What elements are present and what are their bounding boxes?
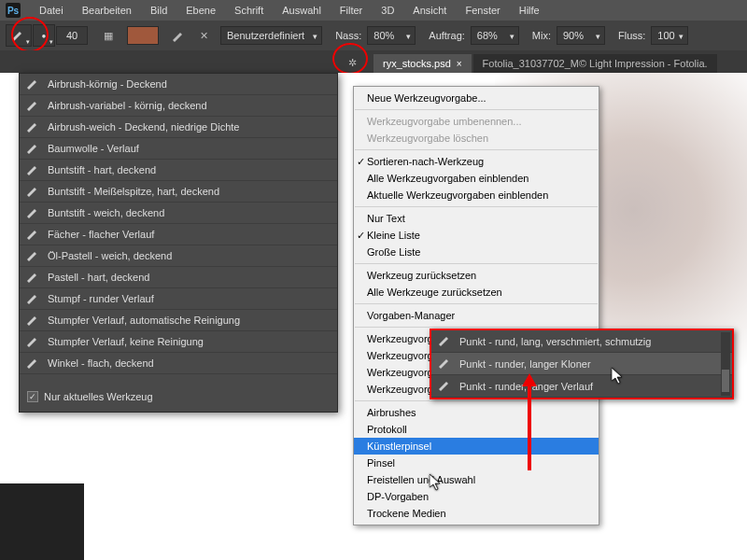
brush-icon — [25, 271, 42, 284]
preset-label: Buntstift - weich, deckend — [48, 207, 164, 218]
preset-label: Öl-Pastell - weich, deckend — [48, 250, 172, 261]
menu-fenster[interactable]: Fenster — [456, 5, 509, 16]
menu-bild[interactable]: Bild — [141, 5, 176, 16]
brush-icon — [25, 314, 42, 327]
preset-item[interactable]: Pastell - hart, deckend — [20, 267, 337, 288]
sub-preset-item[interactable]: Punkt - runder, langer Kloner — [431, 353, 732, 375]
fluss-value[interactable]: 100 — [651, 26, 688, 45]
gear-icon[interactable]: ✲ — [344, 54, 360, 71]
menu-dp-vorgaben[interactable]: DP-Vorgaben — [354, 488, 599, 505]
tab-label: Fotolia_31037702_M© Light Impression - F… — [483, 58, 708, 69]
tool-preset-picker[interactable]: ▾ — [6, 24, 32, 47]
sub-preset-item[interactable]: Punkt - runder, langer Verlauf — [431, 375, 732, 398]
preset-label: Airbrush-variabel - körnig, deckend — [48, 100, 207, 111]
mix-label: Mix: — [532, 30, 551, 41]
preset-item[interactable]: Airbrush-variabel - körnig, deckend — [20, 95, 337, 117]
brush-icon — [437, 380, 454, 393]
preset-item[interactable]: Buntstift - Meißelspitze, hart, deckend — [20, 181, 337, 203]
pasteboard — [0, 483, 84, 560]
auftrag-value[interactable]: 68% — [471, 26, 519, 45]
brush-panel-toggle[interactable]: ▦ — [97, 26, 120, 45]
preset-item[interactable]: Baumwolle - Verlauf — [20, 138, 337, 160]
menu-preset-manager[interactable]: Vorgaben-Manager — [354, 307, 599, 324]
brush-icon — [25, 77, 42, 91]
preset-label: Winkel - flach, deckend — [48, 357, 154, 369]
preset-label: Airbrush-körnig - Deckend — [48, 78, 167, 90]
tab-doc-2[interactable]: Fotolia_31037702_M© Light Impression - F… — [473, 54, 717, 73]
menu-small-list[interactable]: Kleine Liste — [354, 227, 599, 244]
preset-label: Stumpfer Verlauf, automatische Reinigung — [48, 315, 240, 326]
menu-schrift[interactable]: Schrift — [225, 5, 273, 16]
app-logo: Ps — [6, 3, 21, 18]
sub-preset-item[interactable]: Punkt - rund, lang, verschmiert, schmutz… — [431, 330, 732, 353]
menu-show-current[interactable]: Aktuelle Werkzeugvorgaben einblenden — [354, 187, 599, 203]
separator — [355, 109, 598, 110]
menu-pinsel[interactable]: Pinsel — [354, 455, 599, 471]
menu-ansicht[interactable]: Ansicht — [403, 5, 456, 16]
menu-freistellen[interactable]: Freistellen und Auswahl — [354, 471, 599, 488]
brush-icon — [25, 120, 42, 133]
tab-doc-1[interactable]: ryx_stocks.psd× — [374, 54, 472, 73]
nass-value[interactable]: 80% — [367, 26, 416, 45]
close-icon[interactable]: × — [457, 59, 462, 69]
menu-sort-by-tool[interactable]: Sortieren-nach-Werkzeug — [354, 153, 599, 170]
wet-brush-icon[interactable] — [166, 26, 189, 45]
preset-item[interactable]: Buntstift - hart, deckend — [20, 160, 337, 181]
menu-text-only[interactable]: Nur Text — [354, 210, 599, 227]
current-tool-checkbox[interactable]: ✓ — [27, 391, 38, 402]
menu-bar: Ps Datei Bearbeiten Bild Ebene Schrift A… — [0, 0, 747, 21]
sub-preset-label: Punkt - rund, lang, verschmiert, schmutz… — [459, 336, 651, 347]
scrollbar-thumb[interactable] — [722, 370, 729, 392]
menu-new-preset[interactable]: Neue Werkzeugvorgabe... — [354, 90, 599, 106]
menu-large-list[interactable]: Große Liste — [354, 244, 599, 260]
nass-label: Nass: — [335, 30, 361, 41]
cross-icon[interactable]: ✕ — [192, 26, 215, 45]
mix-value[interactable]: 90% — [557, 26, 605, 45]
preset-label: Pastell - hart, deckend — [48, 272, 149, 283]
preset-item[interactable]: Winkel - flach, deckend — [20, 353, 337, 374]
preset-item[interactable]: Buntstift - weich, deckend — [20, 203, 337, 224]
menu-datei[interactable]: Datei — [30, 5, 73, 16]
brush-size-field[interactable]: 40 — [56, 26, 88, 45]
brush-icon — [25, 163, 42, 176]
menu-trockene-medien[interactable]: Trockene Medien — [354, 505, 599, 522]
menu-airbrushes[interactable]: Airbrushes — [354, 404, 599, 421]
brush-icon — [25, 357, 42, 370]
preset-item[interactable]: Stumpf - runder Verlauf — [20, 288, 337, 310]
preset-item[interactable]: Stumpfer Verlauf, keine Reinigung — [20, 331, 337, 353]
mode-dropdown[interactable]: Benutzerdefiniert — [220, 26, 322, 45]
brush-icon — [437, 357, 454, 371]
menu-ebene[interactable]: Ebene — [176, 5, 225, 16]
preset-list[interactable]: Airbrush-körnig - Deckend Airbrush-varia… — [20, 74, 337, 374]
brush-icon — [25, 142, 42, 155]
menu-3d[interactable]: 3D — [372, 5, 403, 16]
separator — [355, 303, 598, 304]
menu-kuenstlerpinsel[interactable]: Künstlerpinsel — [354, 438, 599, 455]
preset-item[interactable]: Airbrush-weich - Deckend, niedrige Dicht… — [20, 117, 337, 138]
color-swatch[interactable] — [127, 26, 159, 45]
separator — [355, 149, 598, 150]
sub-preset-popup: Punkt - rund, lang, verschmiert, schmutz… — [430, 329, 734, 399]
preset-label: Fächer - flacher Verlauf — [48, 229, 154, 240]
brush-preset-picker[interactable]: ●▾ — [33, 24, 55, 47]
menu-show-all[interactable]: Alle Werkzeugvorgaben einblenden — [354, 170, 599, 187]
preset-item[interactable]: Stumpfer Verlauf, automatische Reinigung — [20, 310, 337, 331]
menu-bearbeiten[interactable]: Bearbeiten — [73, 5, 141, 16]
menu-reset-all-tools[interactable]: Alle Werkzeuge zurücksetzen — [354, 284, 599, 301]
auftrag-label: Auftrag: — [429, 30, 465, 41]
brush-icon — [25, 292, 42, 305]
options-bar: ▾ ●▾ 40 ▦ ✕ Benutzerdefiniert Nass: 80% … — [0, 21, 747, 50]
separator — [355, 206, 598, 207]
preset-item[interactable]: Öl-Pastell - weich, deckend — [20, 245, 337, 267]
menu-hilfe[interactable]: Hilfe — [510, 5, 549, 16]
menu-protokoll[interactable]: Protokoll — [354, 421, 599, 438]
menu-delete-preset: Werkzeugvorgabe löschen — [354, 130, 599, 147]
menu-auswahl[interactable]: Auswahl — [273, 5, 331, 16]
preset-item[interactable]: Airbrush-körnig - Deckend — [20, 74, 337, 95]
preset-item[interactable]: Fächer - flacher Verlauf — [20, 224, 337, 245]
menu-reset-tool[interactable]: Werkzeug zurücksetzen — [354, 267, 599, 284]
separator — [355, 400, 598, 401]
tab-label: ryx_stocks.psd — [383, 58, 451, 69]
menu-filter[interactable]: Filter — [331, 5, 372, 16]
scrollbar[interactable] — [721, 332, 730, 396]
